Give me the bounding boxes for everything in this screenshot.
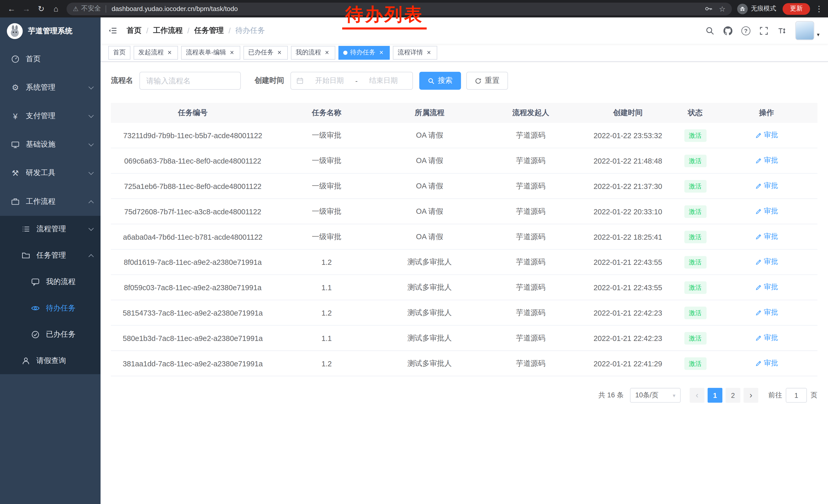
- reset-button[interactable]: 重置: [466, 72, 508, 90]
- cell-initiator: 芋道源码: [481, 232, 581, 241]
- approve-link[interactable]: 审批: [755, 181, 778, 191]
- cell-task-name: 1.2: [275, 359, 379, 368]
- page-content: 流程名 创建时间 开始日期 - 结束日期: [100, 62, 828, 504]
- fullscreen-icon[interactable]: [759, 26, 768, 35]
- process-name-input[interactable]: [139, 72, 241, 90]
- tab[interactable]: 流程详情 ×: [393, 46, 437, 59]
- cell-process: 测试多审批人: [379, 333, 481, 343]
- breadcrumb-item[interactable]: 首页: [127, 26, 141, 35]
- calendar-icon: [296, 77, 304, 85]
- approve-link[interactable]: 审批: [755, 232, 778, 241]
- sidebar-item-payment[interactable]: ¥ 支付管理: [0, 102, 100, 130]
- tab[interactable]: 首页: [108, 46, 130, 59]
- menu-label: 已办任务: [46, 330, 93, 339]
- approve-link[interactable]: 审批: [755, 131, 778, 140]
- create-time-label: 创建时间: [254, 76, 284, 85]
- sidebar-item-home[interactable]: 首页: [0, 45, 100, 73]
- cell-create-time: 2022-01-22 20:33:10: [581, 207, 675, 216]
- search-button[interactable]: 搜索: [419, 72, 461, 90]
- sidebar-item-process-management[interactable]: 流程管理: [0, 216, 100, 242]
- approve-link[interactable]: 审批: [755, 207, 778, 216]
- breadcrumb-item[interactable]: 工作流程: [153, 26, 182, 35]
- sidebar-item-my-process[interactable]: 我的流程: [0, 269, 100, 295]
- approve-link-label: 审批: [764, 333, 778, 343]
- goto-page: 前往 页: [768, 388, 817, 403]
- breadcrumb-item[interactable]: 任务管理: [194, 26, 224, 35]
- chevron-down-icon: ▾: [673, 393, 675, 398]
- goto-label: 前往: [768, 391, 782, 400]
- help-icon[interactable]: ?: [741, 26, 750, 35]
- browser-menu-icon[interactable]: ⋮: [814, 4, 824, 13]
- github-icon[interactable]: [723, 26, 732, 35]
- sidebar-item-devtools[interactable]: ⚒ 研发工具: [0, 159, 100, 187]
- search-icon[interactable]: [705, 26, 714, 35]
- tab[interactable]: 发起流程 ×: [134, 46, 178, 59]
- sidebar-item-infrastructure[interactable]: 基础设施: [0, 130, 100, 159]
- tab-close-icon[interactable]: ×: [425, 49, 432, 56]
- tab-close-icon[interactable]: ×: [323, 49, 331, 56]
- browser-home-icon[interactable]: ⌂: [48, 1, 64, 16]
- date-range-picker[interactable]: 开始日期 - 结束日期: [290, 72, 413, 90]
- table-row: 580e1b3d-7ac8-11ec-a9e2-a2380e71991a 1.1…: [111, 326, 818, 351]
- chevron-down-icon: [88, 113, 94, 118]
- approve-link[interactable]: 审批: [755, 308, 778, 317]
- app-logo[interactable]: 芋道管理系统: [0, 17, 100, 45]
- user-avatar[interactable]: ▾: [795, 21, 820, 40]
- page-number-2[interactable]: 2: [726, 388, 741, 403]
- cell-task-name: 一级审批: [275, 181, 379, 191]
- goto-page-input[interactable]: [786, 388, 807, 403]
- approve-link-label: 审批: [764, 232, 778, 241]
- prev-page-icon[interactable]: ‹: [690, 388, 705, 403]
- sidebar-item-leave-query[interactable]: 请假查询: [0, 348, 100, 374]
- sidebar-collapse-icon[interactable]: [100, 17, 126, 44]
- process-name-label: 流程名: [111, 76, 133, 85]
- menu-label: 首页: [26, 54, 93, 64]
- cell-task-id: 75d72608-7b7f-11ec-a3c8-acde48001122: [111, 207, 275, 216]
- approve-link[interactable]: 审批: [755, 282, 778, 292]
- user-icon: [21, 357, 31, 365]
- sidebar-item-done-task[interactable]: 已办任务: [0, 321, 100, 348]
- browser-reload-icon[interactable]: ↻: [34, 1, 49, 16]
- incognito-label: 无痕模式: [751, 4, 776, 13]
- approve-link[interactable]: 审批: [755, 333, 778, 343]
- browser-update-button[interactable]: 更新: [783, 3, 810, 14]
- table-row: 725a1eb6-7b88-11ec-8ef0-acde48001122 一级审…: [111, 174, 818, 199]
- tab-close-icon[interactable]: ×: [276, 49, 283, 56]
- sidebar-item-todo-task[interactable]: 待办任务: [0, 295, 100, 321]
- status-badge: 激活: [684, 205, 706, 218]
- tab[interactable]: 我的流程 ×: [291, 46, 335, 59]
- monitor-icon: [10, 140, 20, 149]
- cell-process: 测试多审批人: [379, 308, 481, 317]
- approve-link[interactable]: 审批: [755, 156, 778, 165]
- approve-link-label: 审批: [764, 358, 778, 368]
- browser-forward-icon[interactable]: →: [19, 1, 34, 16]
- password-key-icon[interactable]: [705, 5, 713, 13]
- cell-task-name: 1.2: [275, 308, 379, 317]
- page-number-1[interactable]: 1: [708, 388, 722, 403]
- tab-close-icon[interactable]: ×: [228, 49, 236, 56]
- tab[interactable]: 待办任务 ×: [339, 46, 390, 59]
- approve-link[interactable]: 审批: [755, 358, 778, 368]
- tab-close-icon[interactable]: ×: [166, 49, 173, 56]
- tab-label: 已办任务: [248, 48, 274, 57]
- browser-back-icon[interactable]: ←: [4, 1, 19, 16]
- page-size-select[interactable]: 10条/页 ▾: [630, 388, 681, 403]
- sidebar-item-task-management[interactable]: 任务管理: [0, 242, 100, 269]
- next-page-icon[interactable]: ›: [744, 388, 758, 403]
- sidebar-item-workflow[interactable]: 工作流程: [0, 187, 100, 216]
- tab-close-icon[interactable]: ×: [378, 49, 385, 56]
- cell-task-id: 381aa1dd-7ac8-11ec-a9e2-a2380e71991a: [111, 359, 275, 368]
- cell-create-time: 2022-01-22 21:37:30: [581, 182, 675, 190]
- sidebar-item-system[interactable]: ⚙ 系统管理: [0, 73, 100, 102]
- approve-link-label: 审批: [764, 207, 778, 216]
- tab[interactable]: 已办任务 ×: [243, 46, 288, 59]
- cell-create-time: 2022-01-21 22:42:23: [581, 308, 675, 317]
- approve-link-label: 审批: [764, 282, 778, 292]
- chat-icon: [31, 278, 40, 286]
- font-size-icon[interactable]: [777, 26, 786, 35]
- approve-link[interactable]: 审批: [755, 257, 778, 267]
- bookmark-star-icon[interactable]: ☆: [719, 5, 726, 12]
- cell-initiator: 芋道源码: [481, 131, 581, 140]
- breadcrumb-separator: /: [188, 27, 190, 35]
- tab[interactable]: 流程表单-编辑 ×: [181, 46, 240, 59]
